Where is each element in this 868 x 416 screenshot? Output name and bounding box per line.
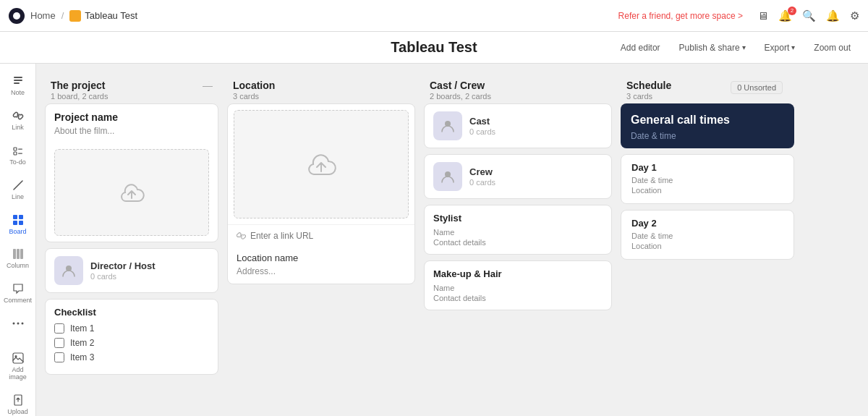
svg-point-18 bbox=[21, 323, 23, 325]
location-link-input[interactable] bbox=[250, 231, 406, 241]
refer-link[interactable]: Refer a friend, get more space > bbox=[618, 11, 743, 21]
svg-rect-10 bbox=[19, 215, 23, 219]
home-link[interactable]: Home bbox=[30, 10, 56, 21]
svg-rect-3 bbox=[14, 82, 20, 84]
sidebar-item-board[interactable]: Board bbox=[2, 208, 34, 240]
crew-person[interactable]: Crew 0 cards bbox=[425, 155, 611, 198]
notification-badge: 2 bbox=[788, 7, 796, 15]
sidebar-item-todo[interactable]: To-do bbox=[2, 139, 34, 171]
day1-date: Date & time bbox=[631, 176, 783, 184]
checklist-checkbox-1[interactable] bbox=[54, 323, 64, 334]
board-location-header: Location 3 cards bbox=[227, 75, 415, 103]
crew-count: 0 cards bbox=[469, 178, 495, 187]
checklist-item-2: Item 2 bbox=[54, 338, 209, 348]
makeup-card: Make-up & Hair Name Contact details bbox=[424, 260, 612, 310]
location-image-card: Location name Address... bbox=[227, 103, 415, 284]
add-image-icon bbox=[11, 351, 25, 365]
sidebar-item-more[interactable] bbox=[2, 312, 34, 335]
board-project: The project 1 board, 2 cards — Project n… bbox=[45, 75, 218, 404]
sidebar-board-label: Board bbox=[9, 229, 26, 236]
sidebar-item-comment[interactable]: Comment bbox=[2, 277, 34, 309]
general-call-title: General call times bbox=[631, 114, 784, 127]
board-schedule-subtitle: 3 cards bbox=[626, 92, 671, 101]
publish-share-button[interactable]: Publish & share ▾ bbox=[673, 40, 752, 56]
svg-rect-15 bbox=[20, 249, 23, 259]
checklist-card: Checklist Item 1 Item 2 Item 3 bbox=[45, 299, 218, 375]
cast-count: 0 cards bbox=[469, 127, 495, 136]
sidebar-upload-label: Upload file bbox=[5, 409, 31, 416]
svg-rect-9 bbox=[13, 215, 17, 219]
comment-icon bbox=[11, 281, 25, 296]
svg-rect-4 bbox=[14, 148, 17, 150]
checklist-label-1: Item 1 bbox=[70, 323, 94, 334]
location-address[interactable]: Address... bbox=[228, 266, 414, 284]
sidebar-column-label: Column bbox=[7, 263, 29, 270]
titlebar-actions: Add editor Publish & share ▾ Export ▾ Zo… bbox=[615, 40, 856, 56]
project-upload-area[interactable] bbox=[54, 149, 209, 236]
todo-icon bbox=[11, 143, 25, 158]
crew-card: Crew 0 cards bbox=[424, 154, 612, 199]
board-icon bbox=[11, 213, 25, 227]
director-card: Director / Host 0 cards bbox=[45, 248, 218, 293]
makeup-name-label: Name bbox=[433, 284, 603, 292]
zoom-out-button[interactable]: Zoom out bbox=[808, 40, 856, 56]
bell-icon[interactable]: 🔔 bbox=[826, 9, 840, 22]
crew-person-icon bbox=[440, 169, 456, 184]
checklist-title: Checklist bbox=[54, 307, 209, 318]
svg-rect-11 bbox=[13, 221, 17, 225]
stylist-name-label: Name bbox=[433, 228, 603, 237]
sidebar-item-column[interactable]: Column bbox=[2, 242, 34, 274]
svg-rect-12 bbox=[19, 221, 23, 225]
topbar: Home / Tableau Test Refer a friend, get … bbox=[0, 0, 868, 32]
upload-cloud-icon bbox=[117, 178, 146, 207]
sidebar-item-line[interactable]: Line bbox=[2, 174, 34, 205]
svg-point-17 bbox=[17, 323, 19, 325]
settings-icon[interactable]: ⚙ bbox=[850, 9, 859, 22]
svg-rect-19 bbox=[13, 353, 23, 363]
board-location: Location 3 cards bbox=[227, 75, 415, 404]
location-upload-area[interactable] bbox=[234, 110, 409, 218]
topbar-icons: 🖥 🔔 2 🔍 🔔 ⚙ bbox=[757, 9, 859, 22]
checklist-item-3: Item 3 bbox=[54, 352, 209, 362]
svg-rect-7 bbox=[18, 153, 22, 153]
sidebar-item-link[interactable]: Link bbox=[2, 104, 34, 136]
day1-location: Location bbox=[631, 186, 783, 195]
notifications-icon[interactable]: 🔔 2 bbox=[778, 9, 792, 22]
cast-person[interactable]: Cast 0 cards bbox=[425, 104, 611, 148]
board-location-subtitle: 3 cards bbox=[233, 92, 275, 101]
location-name[interactable]: Location name bbox=[228, 247, 414, 266]
unsorted-badge: 0 Unsorted bbox=[731, 81, 783, 94]
checklist-label-3: Item 3 bbox=[70, 352, 94, 362]
search-icon[interactable]: 🔍 bbox=[802, 9, 816, 22]
sidebar-item-note[interactable]: Note bbox=[2, 69, 34, 101]
column-icon bbox=[11, 247, 25, 261]
cast-name: Cast bbox=[469, 116, 495, 127]
sidebar-line-label: Line bbox=[12, 194, 24, 201]
director-count: 0 cards bbox=[90, 272, 156, 281]
sidebar-item-upload[interactable]: Upload file bbox=[2, 389, 34, 416]
add-editor-button[interactable]: Add editor bbox=[615, 40, 666, 56]
checklist-checkbox-2[interactable] bbox=[54, 338, 64, 348]
board-schedule: Schedule 3 cards 0 Unsorted General call… bbox=[621, 75, 794, 404]
sidebar-item-add-image[interactable]: Add image bbox=[2, 347, 34, 386]
export-button[interactable]: Export ▾ bbox=[759, 40, 801, 56]
note-icon bbox=[11, 74, 25, 88]
board-location-title: Location bbox=[233, 80, 275, 91]
stylist-card: Stylist Name Contact details bbox=[424, 205, 612, 255]
makeup-contact-label: Contact details bbox=[433, 294, 603, 302]
svg-rect-2 bbox=[14, 80, 22, 81]
sidebar-note-label: Note bbox=[11, 90, 25, 97]
director-avatar bbox=[54, 256, 83, 285]
crew-name: Crew bbox=[469, 166, 495, 177]
checklist-checkbox-3[interactable] bbox=[54, 352, 64, 362]
board-project-menu[interactable]: — bbox=[203, 80, 213, 91]
line-icon bbox=[11, 178, 25, 192]
project-card-title[interactable]: Project name bbox=[54, 111, 209, 123]
svg-line-8 bbox=[14, 181, 22, 190]
board-cast-crew: Cast / Crew 2 boards, 2 cards Cast 0 c bbox=[424, 75, 612, 404]
svg-rect-13 bbox=[13, 249, 16, 259]
director-person[interactable]: Director / Host 0 cards bbox=[46, 249, 218, 292]
board-schedule-header: Schedule 3 cards 0 Unsorted bbox=[621, 75, 794, 103]
board-project-header: The project 1 board, 2 cards — bbox=[45, 75, 218, 103]
project-card-desc[interactable]: About the film... bbox=[54, 126, 209, 136]
